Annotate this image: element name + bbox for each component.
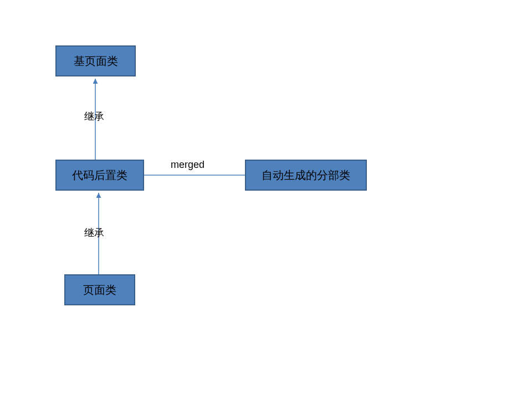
node-base-page-class: 基页面类 <box>55 45 136 76</box>
edge-label-inherit-bottom: 继承 <box>84 226 104 239</box>
node-page-class: 页面类 <box>64 274 135 305</box>
node-auto-partial-class: 自动生成的分部类 <box>245 160 367 191</box>
node-label: 代码后置类 <box>72 168 127 183</box>
node-code-behind-class: 代码后置类 <box>55 160 144 191</box>
edge-label-merged: merged <box>171 159 204 171</box>
node-label: 基页面类 <box>74 54 118 69</box>
node-label: 页面类 <box>83 283 116 298</box>
node-label: 自动生成的分部类 <box>262 168 350 183</box>
edge-label-inherit-top: 继承 <box>84 110 104 123</box>
